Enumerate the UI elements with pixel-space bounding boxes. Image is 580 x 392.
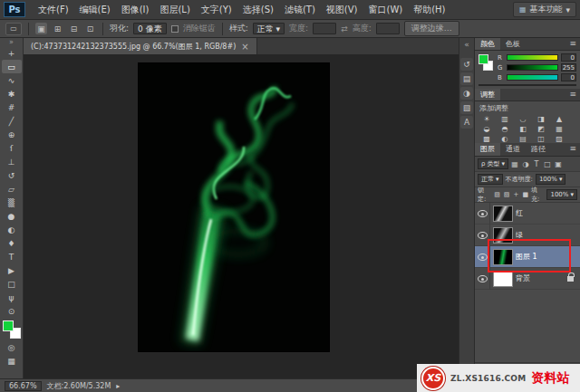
intersect-selection-icon[interactable]: ⊡ — [84, 23, 96, 34]
color-spectrum-bar[interactable] — [478, 84, 576, 86]
menu-type[interactable]: 文字(Y) — [196, 0, 237, 19]
navigator-panel-icon[interactable]: ▧ — [460, 101, 473, 114]
blue-slider[interactable] — [507, 74, 558, 81]
menu-filter[interactable]: 滤镜(T) — [279, 0, 321, 19]
color-balance-icon[interactable]: ◓ — [496, 124, 514, 134]
spot-healing-brush-tool[interactable]: ⊕ — [2, 128, 22, 141]
menu-window[interactable]: 窗口(W) — [362, 0, 408, 19]
visibility-eye-icon[interactable] — [478, 253, 488, 261]
blend-mode-dropdown[interactable]: 正常 ▾ — [478, 174, 503, 185]
visibility-eye-icon[interactable] — [478, 275, 488, 282]
rectangular-marquee-tool[interactable]: ▭ — [2, 60, 22, 73]
style-dropdown[interactable]: 正常 ▾ — [253, 23, 285, 34]
eyedropper-tool[interactable]: ╱ — [2, 114, 22, 128]
smoke-image[interactable] — [139, 63, 329, 351]
info-panel-icon[interactable]: ◑ — [460, 87, 473, 100]
subtract-from-selection-icon[interactable]: ⊟ — [68, 23, 80, 34]
layer-filter-dropdown[interactable]: ρ 类型 ▾ — [478, 158, 508, 169]
levels-icon[interactable]: ▥ — [496, 114, 514, 124]
blue-value-field[interactable]: 0 — [561, 73, 576, 81]
visibility-eye-icon[interactable] — [478, 210, 488, 217]
eraser-tool[interactable]: ▱ — [2, 182, 22, 196]
adjustment-layer-filter-icon[interactable]: ◑ — [521, 159, 530, 169]
tab-adjustments[interactable]: 调整 — [475, 89, 500, 100]
zoom-level-field[interactable]: 66.67% — [5, 381, 42, 391]
black-white-icon[interactable]: ◧ — [514, 124, 532, 134]
tab-color[interactable]: 颜色 — [475, 38, 500, 50]
brush-tool[interactable]: ſ — [2, 141, 22, 155]
photo-filter-icon[interactable]: ◩ — [532, 124, 550, 134]
workspace-switcher[interactable]: ▦ 基本功能 ▾ — [513, 2, 576, 17]
shape-tool[interactable]: □ — [2, 277, 22, 291]
history-brush-tool[interactable]: ↺ — [2, 168, 22, 182]
antialias-checkbox[interactable] — [171, 25, 179, 33]
menu-file[interactable]: 文件(F) — [33, 0, 74, 19]
canvas-area[interactable] — [24, 55, 459, 378]
toolbar-collapse-icon[interactable]: » — [9, 39, 14, 46]
gradient-tool[interactable]: ▒ — [2, 196, 22, 209]
type-tool[interactable]: T — [2, 250, 22, 263]
properties-panel-icon[interactable]: ▤ — [460, 72, 473, 85]
green-value-field[interactable]: 255 — [561, 63, 576, 72]
zoom-tool[interactable]: ⊙ — [2, 304, 22, 318]
panel-menu-icon[interactable]: ≡ — [566, 38, 580, 50]
close-icon[interactable]: × — [241, 42, 248, 52]
lock-image-pixels-icon[interactable]: ▧ — [503, 190, 510, 200]
menu-image[interactable]: 图像(I) — [116, 0, 155, 19]
menu-edit[interactable]: 编辑(E) — [74, 0, 116, 19]
lock-position-icon[interactable]: + — [512, 190, 519, 200]
foreground-color-swatch[interactable] — [3, 320, 14, 331]
pixel-layer-filter-icon[interactable]: ▦ — [510, 159, 519, 169]
tab-paths[interactable]: 路径 — [526, 143, 551, 156]
pen-tool[interactable]: ♦ — [2, 236, 22, 250]
red-value-field[interactable]: 0 — [561, 53, 576, 62]
tab-swatches[interactable]: 色板 — [500, 38, 526, 50]
add-to-selection-icon[interactable]: ⊞ — [52, 23, 63, 34]
path-selection-tool[interactable]: ▶ — [2, 263, 22, 277]
new-selection-icon[interactable]: ▣ — [35, 23, 47, 34]
clone-stamp-tool[interactable]: ⊥ — [2, 155, 22, 168]
layer-thumbnail[interactable] — [493, 206, 513, 222]
layer-thumbnail[interactable] — [493, 271, 513, 287]
type-layer-filter-icon[interactable]: T — [532, 159, 541, 169]
tool-preset-icon[interactable]: ▭ — [5, 23, 22, 35]
panel-menu-icon[interactable]: ≡ — [566, 143, 580, 156]
quick-selection-tool[interactable]: ✱ — [2, 87, 22, 100]
opacity-dropdown[interactable]: 100% ▾ — [536, 174, 566, 185]
exposure-icon[interactable]: ◨ — [532, 114, 550, 124]
layer-thumbnail[interactable] — [493, 249, 513, 265]
crop-tool[interactable]: # — [2, 100, 22, 114]
move-tool[interactable]: + — [2, 46, 22, 60]
panel-menu-icon[interactable]: ≡ — [566, 89, 580, 100]
menu-help[interactable]: 帮助(H) — [408, 0, 450, 19]
lock-all-icon[interactable]: ■ — [522, 190, 529, 200]
dock-collapse-icon[interactable]: « — [464, 40, 469, 49]
layer-row-red[interactable]: 红 — [475, 203, 580, 225]
vibrance-icon[interactable]: ▲ — [550, 114, 568, 124]
history-panel-icon[interactable]: ↺ — [460, 58, 473, 71]
lasso-tool[interactable]: ∿ — [2, 73, 22, 87]
status-arrow-icon[interactable]: ▸ — [116, 382, 120, 390]
visibility-eye-icon[interactable] — [478, 232, 488, 239]
blur-tool[interactable]: ● — [2, 209, 22, 223]
red-slider[interactable] — [507, 54, 558, 61]
refine-edge-button[interactable]: 调整边缘… — [404, 21, 459, 36]
green-slider[interactable] — [507, 64, 558, 71]
layer-row-layer1[interactable]: 图层 1 — [475, 246, 580, 268]
height-input[interactable] — [376, 23, 400, 34]
document-tab[interactable]: (C):473731242132373555.jpg @ 66.7%(图层 1,… — [24, 38, 257, 54]
character-panel-icon[interactable]: A — [460, 116, 473, 129]
layer-row-background[interactable]: 背景 — [475, 268, 580, 290]
brightness-contrast-icon[interactable]: ☀ — [478, 114, 496, 124]
screen-mode-icon[interactable]: ▦ — [2, 354, 22, 368]
hand-tool[interactable]: ψ — [2, 291, 22, 304]
smart-object-filter-icon[interactable]: ▣ — [554, 159, 563, 169]
foreground-color-swatch[interactable] — [478, 54, 488, 64]
layer-row-green[interactable]: 绿 — [475, 225, 580, 246]
menu-select[interactable]: 选择(S) — [237, 0, 279, 19]
feather-input[interactable]: 0 像素 — [133, 23, 167, 34]
shape-layer-filter-icon[interactable]: □ — [543, 159, 552, 169]
width-input[interactable] — [313, 23, 336, 34]
swap-dimensions-icon[interactable]: ⇄ — [341, 24, 348, 33]
channel-mixer-icon[interactable]: ▦ — [550, 124, 568, 134]
